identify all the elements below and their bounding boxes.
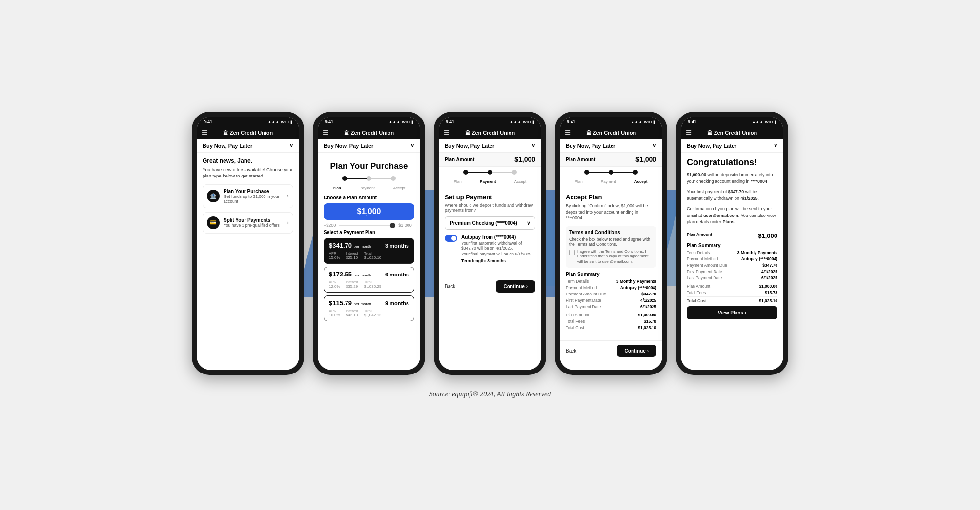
congrats-desc1: $1,000.00 will be deposited immediately … <box>687 172 777 185</box>
continue-btn-4[interactable]: Continue › <box>617 345 656 357</box>
app-header-5: ☰ 🏛 Zen Credit Union <box>681 126 783 139</box>
continue-btn-3[interactable]: Continue › <box>496 280 535 293</box>
terms-checkbox[interactable] <box>569 250 575 255</box>
summary-val-cost-4: $1,025.10 <box>638 325 656 330</box>
summary-label-first-4: First Payment Date <box>566 298 601 303</box>
step-label-accept: Accept <box>393 186 405 190</box>
plan-row-9mo: $115.79 per month 9 months <box>329 299 409 307</box>
summary-row-due-5: Payment Amount Due $347.70 <box>687 263 777 268</box>
menu-icon-5[interactable]: ☰ <box>686 129 692 137</box>
plan-option-6mo[interactable]: $172.55 per month 6 months APR12.0% Inte… <box>324 267 414 293</box>
summary-val-fees-5: $15.78 <box>765 290 777 295</box>
plan-amount-label-4: Plan Amount <box>566 157 595 162</box>
autopay-toggle[interactable] <box>445 235 457 242</box>
summary-row-last-5: Last Payment Date 6/1/2025 <box>687 275 777 280</box>
signal-icon-4: ▲▲▲ <box>631 120 642 124</box>
offer-item-2[interactable]: 💳 Split Your Payments You have 3 pre-qua… <box>203 212 293 234</box>
slider-row: − $200 $1,000 + <box>324 223 414 228</box>
dropdown-bar-5[interactable]: Buy Now, Pay Later ∨ <box>681 139 783 153</box>
bank-icon-3: 🏛 <box>465 130 470 136</box>
status-time-2: 9:41 <box>325 119 333 124</box>
phone-4: 9:41 ▲▲▲ WiFi ▮ ☰ 🏛 Zen Credit Union Buy… <box>555 112 667 375</box>
terms-desc: Check the box below to read and agree wi… <box>569 237 653 247</box>
summary-val-first-4: 4/1/2025 <box>640 298 656 303</box>
offer-title-1: Plan Your Purchase <box>224 189 287 194</box>
menu-icon-2[interactable]: ☰ <box>323 129 328 137</box>
plan-details-3mo: APR15.0% Interest$25.10 Total$1,025.10 <box>329 251 409 260</box>
menu-icon-1[interactable]: ☰ <box>202 129 207 137</box>
step-label-payment-4: Payment <box>601 179 616 184</box>
plan-interest-9mo: Interest$42.13 <box>346 309 358 317</box>
summary-val-term-4: 3 Monthly Payments <box>616 279 656 284</box>
step-label-payment: Payment <box>359 186 375 190</box>
view-plans-btn[interactable]: View Plans › <box>687 306 777 319</box>
plan-total-9mo: Total$1,042.13 <box>364 309 382 317</box>
offer-sub-2: You have 3 pre-qualified offers <box>224 223 280 228</box>
plan-option-3mo[interactable]: $341.70 per month 3 months APR15.0% Inte… <box>324 238 414 264</box>
step-dot-payment <box>367 176 371 181</box>
offer-title-2: Split Your Payments <box>224 217 280 223</box>
step-dot-accept <box>391 176 396 181</box>
step-labels-2: Plan Payment Accept <box>324 186 414 190</box>
account-select[interactable]: Premium Checking (****0004) ∨ <box>445 216 535 230</box>
setup-desc: Where should we deposit funds and withdr… <box>445 203 535 213</box>
status-icons-4: ▲▲▲ WiFi ▮ <box>631 120 655 124</box>
wifi-icon-3: WiFi <box>523 120 531 124</box>
step-dot-payment-4 <box>609 170 613 175</box>
autopay-info: Autopay from (****0004) Your first autom… <box>461 235 535 263</box>
autopay-row: Autopay from (****0004) Your first autom… <box>445 235 535 263</box>
dropdown-bar-1[interactable]: Buy Now, Pay Later ∨ <box>197 139 299 153</box>
dropdown-bar-4[interactable]: Buy Now, Pay Later ∨ <box>560 139 662 153</box>
back-btn-4[interactable]: Back <box>566 348 576 353</box>
menu-icon-4[interactable]: ☰ <box>565 129 571 137</box>
battery-icon-3: ▮ <box>532 120 534 124</box>
dropdown-chevron-1: ∨ <box>289 142 293 149</box>
step-indicator-4 <box>566 170 656 175</box>
phone-2: 9:41 ▲▲▲ WiFi ▮ ☰ 🏛 Zen Credit Union Buy… <box>313 112 425 375</box>
summary-row-fees-4: Total Fees $15.78 <box>566 319 656 324</box>
menu-icon-3[interactable]: ☰ <box>444 129 449 137</box>
dropdown-bar-2[interactable]: Buy Now, Pay Later ∨ <box>318 139 420 153</box>
step-line-2-3 <box>492 172 512 173</box>
dropdown-chevron-5: ∨ <box>774 142 777 149</box>
phone1-content: Great news, Jane. You have new offers av… <box>197 153 299 242</box>
back-btn-3[interactable]: Back <box>445 284 455 289</box>
bank-icon-1: 🏛 <box>223 130 228 136</box>
plan-amount-header-4: Plan Amount $1,000 <box>560 153 662 167</box>
summary-label-term-4: Term Details <box>566 279 589 284</box>
summary-val-method-5: Autopay (****0004) <box>741 256 777 261</box>
plan-months-6mo: 6 months <box>385 272 409 277</box>
summary-label-due-4: Payment Amount Due <box>566 292 606 296</box>
dropdown-bar-3[interactable]: Buy Now, Pay Later ∨ <box>439 139 541 153</box>
summary-val-first-5: 4/1/2025 <box>761 269 777 274</box>
offer-item-1[interactable]: 🏦 Plan Your Purchase Get funds up to $1,… <box>203 184 293 208</box>
offer-left-2: 💳 Split Your Payments You have 3 pre-qua… <box>207 216 280 229</box>
summary-label-last-5: Last Payment Date <box>687 275 722 280</box>
congrats-desc2: Your first payment of $347.70 will be au… <box>687 189 777 202</box>
wifi-icon-5: WiFi <box>765 120 773 124</box>
battery-icon: ▮ <box>290 120 292 124</box>
step-label-accept-4: Accept <box>634 179 648 184</box>
summary-label-method-4: Payment Method <box>566 285 597 290</box>
setup-title: Set up Payment <box>445 194 535 201</box>
plan-interest-6mo: Interest$35.29 <box>346 280 358 289</box>
status-bar-4: 9:41 ▲▲▲ WiFi ▮ <box>560 117 662 126</box>
plan-details-9mo: APR10.0% Interest$42.13 Total$1,042.13 <box>329 309 409 317</box>
bank-name-2: Zen Credit Union <box>351 130 394 136</box>
slider-plus[interactable]: + <box>412 223 414 228</box>
app-header-1: ☰ 🏛 Zen Credit Union <box>197 126 299 139</box>
wifi-icon-2: WiFi <box>402 120 410 124</box>
plan-amount-header-3: Plan Amount $1,000 <box>439 153 541 167</box>
summary-row-amount-5h: Plan Amount $1,000 <box>687 232 777 239</box>
status-icons-2: ▲▲▲ WiFi ▮ <box>388 120 413 124</box>
offer-icon-2: 💳 <box>207 216 220 229</box>
step-indicator-2 <box>324 176 414 181</box>
slider-track[interactable] <box>339 225 395 226</box>
congrats-title: Congratulations! <box>687 157 777 168</box>
step-line-2 <box>371 178 391 179</box>
plan-amount-val-4: $1,000 <box>635 156 656 163</box>
dropdown-label-1: Buy Now, Pay Later <box>203 143 252 149</box>
plan-option-9mo[interactable]: $115.79 per month 9 months APR10.0% Inte… <box>324 295 414 321</box>
plan-months-9mo: 9 months <box>385 300 409 306</box>
offer-left-1: 🏦 Plan Your Purchase Get funds up to $1,… <box>207 189 287 204</box>
